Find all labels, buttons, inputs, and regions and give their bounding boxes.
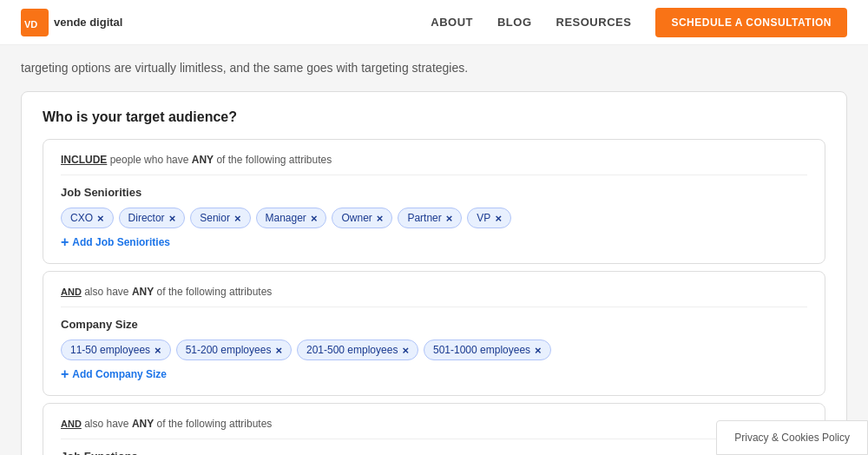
remove-201-500-icon[interactable]: × <box>402 345 409 356</box>
target-audience-section: Who is your target audience? INCLUDE peo… <box>21 91 847 455</box>
and-keyword-2: AND <box>61 419 82 429</box>
privacy-cookies-bar[interactable]: Privacy & Cookies Policy <box>716 420 868 455</box>
tag-201-500[interactable]: 201-500 employees × <box>297 340 418 360</box>
nav-links: ABOUT BLOG RESOURCES SCHEDULE A CONSULTA… <box>431 8 847 37</box>
nav-blog[interactable]: BLOG <box>497 16 532 29</box>
company-size-block: AND also have ANY of the following attri… <box>43 271 825 396</box>
tag-501-1000[interactable]: 501-1000 employees × <box>424 340 551 360</box>
add-company-size-link[interactable]: + Add Company Size <box>61 367 167 381</box>
add-job-seniorities-link[interactable]: + Add Job Seniorities <box>61 235 170 249</box>
company-size-label: Company Size <box>61 318 807 331</box>
block-header-seniorities: INCLUDE people who have ANY of the follo… <box>61 154 807 175</box>
tag-owner[interactable]: Owner × <box>332 208 392 228</box>
navbar: VD vende digital ABOUT BLOG RESOURCES SC… <box>0 0 868 45</box>
remove-501-1000-icon[interactable]: × <box>535 345 542 356</box>
tag-director[interactable]: Director × <box>119 208 186 228</box>
remove-11-50-icon[interactable]: × <box>155 345 161 356</box>
company-size-tags: 11-50 employees × 51-200 employees × 201… <box>61 340 807 360</box>
block-header-company-size: AND also have ANY of the following attri… <box>61 286 807 307</box>
plus-icon-2: + <box>61 367 69 381</box>
plus-icon: + <box>61 235 69 249</box>
main-content: targeting options are virtually limitles… <box>0 45 868 455</box>
intro-text-content: targeting options are virtually limitles… <box>21 61 468 75</box>
logo[interactable]: VD vende digital <box>21 9 122 36</box>
job-seniorities-tags: CXO × Director × Senior × Manager × Owne… <box>61 208 807 228</box>
remove-vp-icon[interactable]: × <box>495 213 502 224</box>
intro-text: targeting options are virtually limitles… <box>21 59 847 77</box>
tag-cxo[interactable]: CXO × <box>61 208 114 228</box>
remove-director-icon[interactable]: × <box>169 213 176 224</box>
and-keyword-1: AND <box>61 287 82 297</box>
remove-cxo-icon[interactable]: × <box>97 213 104 224</box>
block-header-job-functions: AND also have ANY of the following attri… <box>61 418 807 439</box>
tag-11-50[interactable]: 11-50 employees × <box>61 340 171 360</box>
remove-51-200-icon[interactable]: × <box>275 345 282 356</box>
nav-about[interactable]: ABOUT <box>431 16 473 29</box>
svg-text:VD: VD <box>24 19 37 30</box>
job-functions-block: AND also have ANY of the following attri… <box>43 403 825 455</box>
tag-manager[interactable]: Manager × <box>256 208 327 228</box>
privacy-label: Privacy & Cookies Policy <box>734 432 850 444</box>
include-keyword: INCLUDE <box>61 154 107 166</box>
tag-partner[interactable]: Partner × <box>398 208 462 228</box>
add-job-seniorities-label: Add Job Seniorities <box>72 236 170 248</box>
remove-manager-icon[interactable]: × <box>311 213 318 224</box>
logo-text: vende digital <box>54 16 122 29</box>
job-seniorities-block: INCLUDE people who have ANY of the follo… <box>43 139 825 264</box>
remove-senior-icon[interactable]: × <box>234 213 241 224</box>
logo-icon: VD <box>21 9 49 36</box>
schedule-consultation-button[interactable]: SCHEDULE A CONSULTATION <box>655 8 847 37</box>
add-company-size-label: Add Company Size <box>72 368 167 380</box>
remove-partner-icon[interactable]: × <box>446 213 453 224</box>
tag-vp[interactable]: VP × <box>467 208 511 228</box>
remove-owner-icon[interactable]: × <box>377 213 384 224</box>
job-seniorities-label: Job Seniorities <box>61 186 807 199</box>
tag-51-200[interactable]: 51-200 employees × <box>176 340 292 360</box>
nav-resources[interactable]: RESOURCES <box>556 16 632 29</box>
target-audience-title: Who is your target audience? <box>43 109 825 125</box>
tag-senior[interactable]: Senior × <box>190 208 250 228</box>
job-functions-label: Job Functions <box>61 450 807 455</box>
